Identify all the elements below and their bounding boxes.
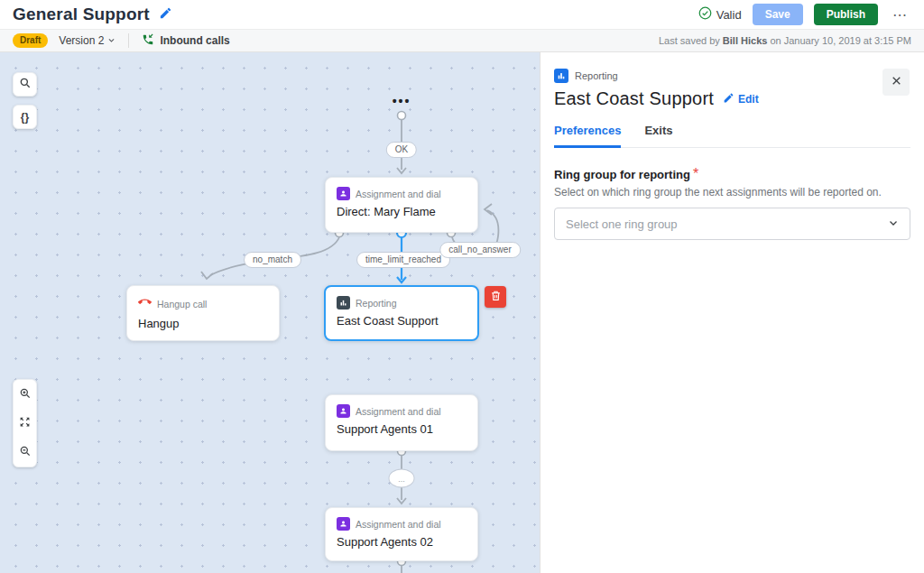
inbound-call-icon — [142, 33, 154, 49]
canvas-zoom-controls — [13, 379, 37, 467]
node-title: Direct: Mary Flame — [337, 205, 467, 218]
pencil-icon — [723, 92, 735, 106]
node-direct-mary-flame[interactable]: Assignment and dial Direct: Mary Flame — [325, 177, 478, 233]
publish-button[interactable]: Publish — [814, 4, 878, 25]
flow-meta-bar: Draft Version 2 Inbound calls Last saved… — [0, 29, 924, 52]
chevron-down-icon — [888, 216, 899, 232]
field-help-text: Select on which ring group the next assi… — [554, 186, 910, 199]
assignment-icon — [337, 517, 350, 531]
panel-title: East Coast Support — [554, 88, 714, 109]
fit-screen-button[interactable] — [13, 412, 37, 434]
zoom-out-button[interactable] — [13, 441, 37, 463]
save-button[interactable]: Save — [753, 4, 803, 25]
zoom-out-icon — [19, 445, 32, 460]
collapsed-upstream-node[interactable]: ••• — [393, 94, 411, 108]
node-title: Support Agents 01 — [337, 422, 467, 436]
zoom-in-icon — [19, 387, 32, 402]
edge-label-collapsed: ... — [389, 469, 415, 488]
select-placeholder: Select one ring group — [566, 217, 678, 231]
valid-label: Valid — [716, 8, 742, 22]
panel-tabs: Preferences Exits — [554, 124, 910, 148]
last-saved-text: Last saved by Bill Hicks on January 10, … — [659, 35, 911, 46]
last-saved-user: Bill Hicks — [723, 35, 768, 46]
node-type-label: Assignment and dial — [356, 519, 441, 530]
assignment-icon — [337, 187, 350, 200]
node-title: Support Agents 02 — [337, 535, 467, 549]
edit-label: Edit — [738, 93, 759, 106]
edge-label-ok: OK — [386, 142, 417, 158]
edit-title-button[interactable] — [159, 6, 172, 23]
component-type-label: Reporting — [575, 70, 618, 81]
canvas-search-button[interactable] — [13, 72, 37, 97]
field-label: Ring group for reporting — [554, 168, 690, 181]
flow-title: General Support — [13, 5, 150, 24]
zoom-in-button[interactable] — [13, 384, 37, 405]
tab-exits[interactable]: Exits — [644, 124, 672, 148]
top-header: General Support Valid Save Publish ⋯ — [0, 0, 924, 29]
flow-canvas[interactable]: ••• OK no_match time_limit_reached call_… — [0, 52, 540, 573]
validation-status: Valid — [698, 6, 742, 23]
node-settings-panel: Reporting East Coast Support Edit Prefer… — [540, 52, 924, 573]
node-hangup[interactable]: Hangup call Hangup — [126, 285, 280, 341]
flow-type: Inbound calls — [142, 33, 229, 49]
node-type-label: Assignment and dial — [356, 189, 441, 199]
edge-label-call-no-answer: call_no_answer — [439, 242, 521, 258]
hangup-call-icon — [138, 295, 152, 312]
reporting-icon — [554, 69, 568, 83]
node-type-label: Assignment and dial — [356, 406, 441, 417]
valid-check-icon — [698, 6, 712, 23]
pencil-icon — [159, 6, 172, 23]
close-icon — [891, 75, 902, 89]
node-type-label: Hangup call — [157, 299, 207, 310]
ring-group-select[interactable]: Select one ring group — [554, 208, 910, 240]
assignment-icon — [337, 404, 350, 418]
status-badge: Draft — [13, 33, 48, 48]
node-support-agents-01[interactable]: Assignment and dial Support Agents 01 — [325, 394, 478, 451]
edge-label-time-limit-reached: time_limit_reached — [356, 252, 450, 268]
search-icon — [19, 77, 32, 92]
expand-arrows-icon — [19, 416, 31, 430]
delete-node-button[interactable] — [485, 286, 506, 308]
edge-label-no-match: no_match — [244, 252, 301, 268]
version-dropdown[interactable]: Version 2 — [59, 34, 116, 47]
canvas-code-button[interactable]: {} — [13, 105, 37, 129]
node-title: Hangup — [138, 317, 268, 330]
trash-icon — [490, 290, 502, 304]
ring-group-field: Ring group for reporting* Select on whic… — [554, 166, 910, 240]
divider — [128, 33, 129, 48]
tab-preferences[interactable]: Preferences — [554, 124, 621, 148]
code-braces-icon: {} — [21, 111, 29, 124]
edge-port[interactable] — [398, 112, 406, 120]
more-menu-button[interactable]: ⋯ — [889, 6, 911, 23]
edit-node-name-button[interactable]: Edit — [723, 92, 759, 106]
reporting-icon — [337, 296, 350, 310]
node-title: East Coast Support — [337, 314, 467, 328]
node-east-coast-support[interactable]: Reporting East Coast Support — [324, 285, 479, 341]
node-type-label: Reporting — [356, 298, 397, 309]
version-label: Version 2 — [59, 34, 104, 47]
flow-type-label: Inbound calls — [160, 34, 229, 47]
close-panel-button[interactable] — [882, 69, 910, 96]
required-marker: * — [693, 166, 698, 181]
node-support-agents-02[interactable]: Assignment and dial Support Agents 02 — [325, 507, 478, 561]
chevron-down-icon — [107, 34, 116, 47]
